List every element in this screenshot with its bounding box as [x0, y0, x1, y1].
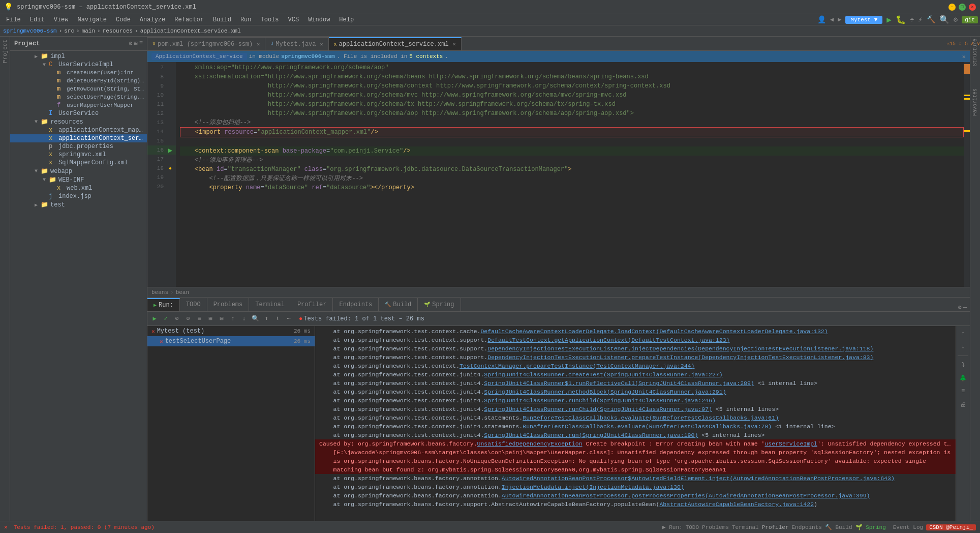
run-check-button[interactable]: ✓ — [161, 314, 171, 324]
bottom-tab-terminal[interactable]: Terminal — [249, 298, 291, 311]
panel-wrap-icon[interactable]: ⤵ — [958, 359, 969, 370]
file-tab-label[interactable]: ApplicationContext_service — [151, 53, 247, 60]
tree-item-userMapper[interactable]: f userMapperUserMapper — [10, 101, 147, 109]
menu-tools[interactable]: Tools — [257, 15, 283, 24]
build-button[interactable]: 🔨 — [927, 15, 935, 24]
tree-item-indexjsp[interactable]: j index.jsp — [10, 192, 147, 200]
tree-item-deleteUser[interactable]: m deleteUserById(String):int — [10, 77, 147, 85]
run-button[interactable]: ▶ — [886, 15, 892, 25]
bottom-tab-profiler[interactable]: Profiler — [291, 298, 333, 311]
run-export-button[interactable]: ⬆ — [261, 314, 271, 324]
menu-run[interactable]: Run — [236, 15, 256, 24]
tab-service-xml[interactable]: x applicationContext_service.xml ✕ — [329, 37, 462, 50]
code-editor[interactable]: 7 8 9 10 — [147, 62, 970, 287]
close-button[interactable]: ✕ — [969, 4, 976, 11]
run-search-button[interactable]: 🔍 — [250, 314, 260, 324]
run-filter-button[interactable]: ⊘ — [172, 314, 182, 324]
panel-settings-icon[interactable]: ⚙ — [958, 304, 962, 311]
run-play-button[interactable]: ▶ — [149, 314, 160, 324]
run-expand-button[interactable]: ⊞ — [205, 314, 216, 324]
bottom-tab-run[interactable]: ▶ Run: — [147, 298, 180, 311]
status-run-icon[interactable]: ▶ Run: — [662, 524, 683, 530]
tab-close-mytest[interactable]: ✕ — [320, 41, 323, 47]
tree-item-userService[interactable]: I UserService — [10, 109, 147, 117]
code-content[interactable]: xmlns:aop="http://www.springframework.or… — [176, 62, 964, 287]
bottom-tab-todo[interactable]: TODO — [180, 298, 207, 311]
tree-item-mapper-xml[interactable]: x applicationContext_mapper.xml — [10, 126, 147, 134]
status-todo[interactable]: TODO — [686, 524, 699, 530]
sidebar-expand-icon[interactable]: ⊞ — [134, 40, 138, 47]
path-bean[interactable]: bean — [176, 289, 189, 295]
menu-view[interactable]: View — [50, 15, 73, 24]
nav-back[interactable]: ◀ — [830, 16, 834, 23]
menu-help[interactable]: Help — [335, 15, 358, 24]
run-more-button[interactable]: ⋯ — [284, 314, 294, 324]
panel-filter-icon[interactable]: ≡ — [958, 386, 969, 397]
sidebar-gear-icon[interactable]: ⚙ — [129, 40, 132, 47]
tree-item-userserviceimpl[interactable]: ▼ C UserServiceImpl — [10, 61, 147, 69]
breadcrumb-project[interactable]: springmvc006-ssm — [3, 28, 57, 34]
path-beans[interactable]: beans — [151, 289, 168, 295]
coverage-button[interactable]: ☂ — [910, 15, 914, 24]
user-icon[interactable]: 👤 — [817, 15, 826, 24]
run-sort-button[interactable]: ≡ — [194, 314, 204, 324]
favorites-label[interactable]: Favorites — [972, 88, 978, 116]
breadcrumb-file[interactable]: applicationContext_service.xml — [140, 28, 241, 34]
run-down-button[interactable]: ↓ — [239, 314, 249, 324]
tab-pom-xml[interactable]: x pom.xml (springmvc006-ssm) ✕ — [147, 37, 265, 50]
test-item-selectuser[interactable]: ✕ testSelectUserPage 26 ms — [147, 336, 315, 346]
menu-navigate[interactable]: Navigate — [73, 15, 111, 24]
menu-edit[interactable]: Edit — [26, 15, 49, 24]
debug-button[interactable]: 🐛 — [896, 15, 906, 25]
bottom-tab-endpoints[interactable]: Endpoints — [333, 298, 379, 311]
panel-print-icon[interactable]: 🖨 — [958, 399, 969, 410]
status-spring[interactable]: 🌱 Spring — [855, 524, 886, 530]
tab-close-pom[interactable]: ✕ — [257, 41, 260, 47]
panel-tree-icon[interactable]: 🌲 — [958, 372, 969, 383]
tree-item-selectUserPage[interactable]: m selectUserPage(String, String, int):Li… — [10, 93, 147, 101]
settings-button[interactable]: ⚙ — [954, 15, 958, 24]
status-build[interactable]: 🔨 Build — [825, 524, 852, 530]
tree-item-createUser[interactable]: m createUser(User):int — [10, 69, 147, 77]
status-profiler[interactable]: Profiler — [762, 524, 789, 530]
tree-item-test[interactable]: ▶ 📁 test — [10, 200, 147, 209]
panel-up-icon[interactable]: ↑ — [958, 328, 969, 339]
bottom-tab-build[interactable]: 🔨 Build — [379, 298, 418, 311]
tree-item-sqlmapper[interactable]: x SqlMapperConfig.xml — [10, 159, 147, 167]
tree-item-webapp[interactable]: ▼ 📁 webapp — [10, 167, 147, 175]
status-endpoints[interactable]: Endpoints — [792, 524, 822, 530]
tree-item-resources[interactable]: ▼ 📁 resources — [10, 117, 147, 126]
tree-item-service-xml[interactable]: x applicationContext_service.xml — [10, 134, 147, 142]
search-button[interactable]: 🔍 — [939, 15, 950, 25]
tab-close-service[interactable]: ✕ — [453, 41, 456, 47]
menu-analyze[interactable]: Analyze — [136, 15, 169, 24]
run-up-button[interactable]: ↑ — [228, 314, 238, 324]
run-collapse-button[interactable]: ⊟ — [217, 314, 227, 324]
breadcrumb-src[interactable]: src — [64, 28, 74, 34]
tab-mytest[interactable]: J Mytest.java ✕ — [265, 37, 328, 50]
menu-file[interactable]: File — [2, 15, 25, 24]
tree-item-webinf[interactable]: ▼ 📁 WEB-INF — [10, 175, 147, 184]
profile-button[interactable]: ⚡ — [918, 15, 922, 24]
csdn-badge[interactable]: CSDN @Peinji_ — [926, 524, 976, 530]
tree-item-getRowCount[interactable]: m getRowCount(String, String):int — [10, 85, 147, 93]
breadcrumb-main[interactable]: main — [82, 28, 95, 34]
test-item-mytest[interactable]: ✕ Mytest (test) 26 ms — [147, 326, 315, 336]
status-problems[interactable]: Problems — [702, 524, 729, 530]
status-eventlog[interactable]: Event Log — [893, 524, 923, 530]
bottom-tab-spring[interactable]: 🌱 Spring — [418, 298, 461, 311]
tree-item-impl[interactable]: ▶ 📁 impl — [10, 52, 147, 61]
panel-minimize-icon[interactable]: — — [963, 304, 967, 311]
run-config-selector[interactable]: Mytest ▼ — [845, 16, 882, 24]
menu-window[interactable]: Window — [304, 15, 334, 24]
close-info-icon[interactable]: ✕ — [962, 53, 966, 61]
run-filter2-button[interactable]: ⊘ — [183, 314, 193, 324]
minimize-button[interactable]: – — [948, 4, 956, 11]
run-import-button[interactable]: ⬇ — [272, 314, 283, 324]
panel-down-icon[interactable]: ↓ — [958, 341, 969, 352]
nav-forward[interactable]: ▶ — [838, 16, 841, 23]
menu-refactor[interactable]: Refactor — [170, 15, 208, 24]
bottom-tab-problems[interactable]: Problems — [207, 298, 250, 311]
project-tab-label[interactable]: Project — [1, 37, 9, 66]
menu-build[interactable]: Build — [209, 15, 235, 24]
